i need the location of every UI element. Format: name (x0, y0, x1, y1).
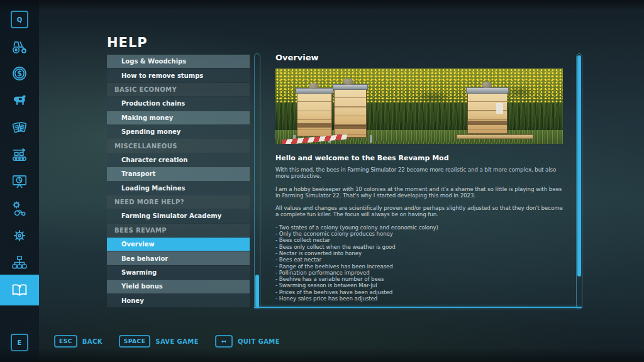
feature-line: - Swarming season is between Mar-Jul (275, 282, 563, 288)
sidebar-tab-workshop[interactable] (0, 200, 39, 217)
key-hint-label: SAVE GAME (155, 338, 199, 345)
key-hint-save-game[interactable]: SPACESAVE GAME (119, 335, 199, 348)
keycap-icon: ↤ (215, 335, 233, 348)
sidebar-tab-settings[interactable] (0, 227, 39, 244)
panel-bottom-divider (254, 307, 582, 308)
mod-description: With this mod, the bees in Farming Simul… (275, 167, 563, 218)
content-panel: Overview Hello and welcome to the Bees R… (275, 53, 563, 307)
page-title: HELP (107, 35, 148, 50)
topic-item[interactable]: Making money (107, 111, 250, 124)
topic-section-header: BASIC ECONOMY (107, 83, 250, 96)
footer-key-hints: ESCBACKSPACESAVE GAME↤QUIT GAME (54, 335, 280, 348)
statistics-board-icon (11, 173, 28, 190)
key-hint-back[interactable]: ESCBACK (54, 335, 103, 348)
tractor-icon (11, 38, 28, 55)
topic-item[interactable]: Bee behavior (107, 251, 250, 265)
topic-item[interactable]: Loading Machines (107, 182, 250, 195)
page-right-key[interactable]: E (0, 334, 39, 351)
topic-section-header: NEED MORE HELP? (107, 195, 250, 209)
hive-beam (457, 134, 533, 139)
sidebar-tab-finances[interactable]: $ (0, 65, 39, 82)
topic-item[interactable]: Logs & Woodchips (107, 55, 250, 68)
topic-item-selected[interactable]: Overview (107, 238, 250, 251)
beehive-middle (334, 89, 367, 138)
key-hint-label: QUIT GAME (238, 338, 280, 345)
content-title: Overview (275, 53, 563, 62)
description-paragraph: All values and changes are scientificall… (275, 205, 563, 218)
feature-line: - Bees only collect when the weather is … (275, 244, 563, 250)
finances-coin-icon: $ (11, 65, 28, 82)
topic-item[interactable]: Farming Simulator Academy (107, 209, 250, 222)
sidebar-tab-contracts[interactable] (0, 119, 39, 136)
workshop-gear-tractor-icon (11, 200, 28, 217)
topic-item[interactable]: How to remove stumps (107, 69, 250, 82)
topic-item[interactable]: Production chains (107, 97, 250, 110)
feature-line: - Pollination performance improved (275, 270, 563, 276)
settings-gear-icon (11, 227, 28, 244)
topic-list-scrollbar[interactable] (254, 53, 260, 309)
sidebar-tab-production[interactable] (0, 146, 39, 163)
topic-section-header: MISCELLANEOUS (107, 139, 250, 152)
feature-line: - Prices of the beehives have been adjus… (275, 289, 563, 295)
svg-text:?: ? (18, 284, 21, 291)
page-left-key[interactable]: Q (0, 11, 39, 28)
e-key-icon: E (11, 334, 28, 351)
contracts-papers-icon (11, 119, 28, 136)
animals-cow-icon (11, 92, 28, 109)
feature-line: - Bees collect nectar (275, 237, 563, 243)
topic-item[interactable]: Transport (107, 167, 250, 180)
feature-line: - Only the economic colony produces hone… (275, 231, 563, 237)
topic-list-scrollbar-thumb[interactable] (255, 275, 259, 307)
help-topic-list: Logs & WoodchipsHow to remove stumpsBASI… (107, 55, 250, 308)
keycap-icon: SPACE (119, 335, 150, 348)
key-hint-quit-game[interactable]: ↤QUIT GAME (215, 335, 280, 348)
description-paragraph: I am a hobby beekeeper with 10 colonies … (275, 186, 563, 199)
constructions-structure-icon (11, 254, 28, 272)
feature-line: - Nectar is converted into honey (275, 250, 563, 256)
feature-line: - Bees eat nectar (275, 256, 563, 263)
feature-line: - Two states of a colony (young colony a… (275, 224, 563, 231)
sidebar-tab-animals[interactable] (0, 92, 39, 109)
topic-item[interactable]: Yield bonus (107, 280, 250, 293)
topic-section-header: BEES REVAMP (107, 224, 250, 237)
keycap-icon: ESC (54, 335, 77, 348)
sidebar-tab-statistics[interactable] (0, 173, 39, 190)
feature-list: - Two states of a colony (young colony a… (275, 224, 563, 302)
key-hint-label: BACK (82, 338, 103, 345)
content-scrollbar-thumb[interactable] (577, 55, 581, 277)
beehive-right (467, 92, 508, 134)
sidebar-tab-constructions[interactable] (0, 254, 39, 272)
hive-note (496, 103, 503, 114)
topic-item[interactable]: Character creation (107, 153, 250, 167)
q-key-icon: Q (11, 11, 28, 28)
mod-heading: Hello and welcome to the Bees Revamp Mod (275, 154, 563, 162)
feature-line: - Range of the beehives has been increas… (275, 263, 563, 270)
sidebar-tab-vehicles[interactable] (0, 38, 39, 55)
topic-item[interactable]: Honey (107, 294, 250, 307)
beehive-photo (275, 69, 563, 144)
topic-item[interactable]: Spending money (107, 125, 250, 138)
help-book-icon: ? (10, 281, 29, 300)
production-chain-icon (11, 146, 28, 163)
beehive-left (297, 92, 332, 136)
svg-text:$: $ (17, 69, 22, 78)
sidebar: Q $ (0, 0, 39, 362)
sidebar-tab-help-active[interactable]: ? (0, 275, 39, 305)
description-paragraph: With this mod, the bees in Farming Simul… (275, 167, 563, 180)
feature-line: - Beehive has a variable number of bees (275, 276, 563, 282)
topic-item[interactable]: Swarming (107, 266, 250, 279)
content-scrollbar[interactable] (576, 53, 582, 309)
feature-line: - Honey sales price has been adjusted (275, 295, 563, 302)
fs22-help-screen: Q $ (0, 0, 644, 362)
